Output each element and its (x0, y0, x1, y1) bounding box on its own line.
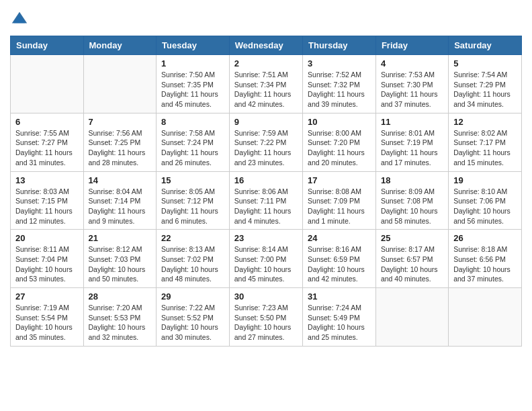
day-info: Sunrise: 8:11 AM Sunset: 7:04 PM Dayligh… (15, 244, 79, 284)
day-number: 22 (161, 233, 224, 243)
day-info: Sunrise: 8:02 AM Sunset: 7:17 PM Dayligh… (453, 128, 517, 168)
day-info: Sunrise: 8:17 AM Sunset: 6:57 PM Dayligh… (381, 244, 443, 284)
page-header (10, 10, 522, 29)
calendar-cell: 26Sunrise: 8:18 AM Sunset: 6:56 PM Dayli… (449, 230, 522, 288)
day-info: Sunrise: 8:12 AM Sunset: 7:03 PM Dayligh… (89, 244, 152, 284)
calendar-cell: 12Sunrise: 8:02 AM Sunset: 7:17 PM Dayli… (449, 113, 522, 171)
day-number: 20 (15, 233, 79, 243)
day-number: 4 (381, 58, 443, 68)
day-number: 7 (89, 117, 152, 127)
calendar-cell: 5Sunrise: 7:54 AM Sunset: 7:29 PM Daylig… (449, 55, 522, 113)
calendar-cell (11, 55, 84, 113)
logo-icon (10, 10, 29, 29)
day-info: Sunrise: 8:09 AM Sunset: 7:08 PM Dayligh… (381, 187, 443, 226)
day-info: Sunrise: 8:08 AM Sunset: 7:09 PM Dayligh… (308, 187, 371, 226)
calendar-cell: 14Sunrise: 8:04 AM Sunset: 7:14 PM Dayli… (83, 171, 157, 230)
day-info: Sunrise: 7:19 AM Sunset: 5:54 PM Dayligh… (15, 303, 79, 342)
calendar-table: SundayMondayTuesdayWednesdayThursdayFrid… (10, 36, 522, 347)
day-number: 19 (453, 175, 517, 185)
day-info: Sunrise: 8:13 AM Sunset: 7:02 PM Dayligh… (161, 244, 224, 284)
day-header-saturday: Saturday (449, 36, 522, 55)
calendar-cell: 3Sunrise: 7:52 AM Sunset: 7:32 PM Daylig… (303, 55, 376, 113)
calendar-week-1: 1Sunrise: 7:50 AM Sunset: 7:35 PM Daylig… (11, 55, 522, 113)
calendar-week-5: 27Sunrise: 7:19 AM Sunset: 5:54 PM Dayli… (11, 288, 522, 347)
day-info: Sunrise: 7:52 AM Sunset: 7:32 PM Dayligh… (308, 70, 371, 109)
calendar-week-3: 13Sunrise: 8:03 AM Sunset: 7:15 PM Dayli… (11, 171, 522, 230)
calendar-cell: 6Sunrise: 7:55 AM Sunset: 7:27 PM Daylig… (11, 113, 84, 171)
calendar-cell: 30Sunrise: 7:23 AM Sunset: 5:50 PM Dayli… (229, 288, 302, 347)
day-number: 31 (308, 291, 371, 302)
day-number: 14 (89, 175, 152, 185)
calendar-cell: 28Sunrise: 7:20 AM Sunset: 5:53 PM Dayli… (83, 288, 157, 347)
day-info: Sunrise: 7:53 AM Sunset: 7:30 PM Dayligh… (381, 70, 443, 109)
calendar-cell (449, 288, 522, 347)
calendar-cell: 15Sunrise: 8:05 AM Sunset: 7:12 PM Dayli… (157, 171, 230, 230)
day-number: 8 (161, 117, 224, 127)
calendar-cell: 16Sunrise: 8:06 AM Sunset: 7:11 PM Dayli… (229, 171, 302, 230)
day-info: Sunrise: 7:59 AM Sunset: 7:22 PM Dayligh… (234, 128, 298, 168)
day-number: 26 (453, 233, 517, 243)
day-number: 28 (89, 291, 152, 302)
calendar-cell: 27Sunrise: 7:19 AM Sunset: 5:54 PM Dayli… (11, 288, 84, 347)
calendar-cell: 29Sunrise: 7:22 AM Sunset: 5:52 PM Dayli… (157, 288, 230, 347)
day-info: Sunrise: 7:58 AM Sunset: 7:24 PM Dayligh… (161, 128, 224, 168)
day-info: Sunrise: 7:51 AM Sunset: 7:34 PM Dayligh… (234, 70, 298, 109)
calendar-cell: 19Sunrise: 8:10 AM Sunset: 7:06 PM Dayli… (449, 171, 522, 230)
logo (10, 10, 32, 29)
day-info: Sunrise: 8:14 AM Sunset: 7:00 PM Dayligh… (234, 244, 298, 284)
day-number: 1 (161, 58, 224, 68)
day-number: 21 (89, 233, 152, 243)
day-info: Sunrise: 7:55 AM Sunset: 7:27 PM Dayligh… (15, 128, 79, 168)
calendar-cell: 7Sunrise: 7:56 AM Sunset: 7:25 PM Daylig… (83, 113, 157, 171)
day-info: Sunrise: 7:56 AM Sunset: 7:25 PM Dayligh… (89, 128, 152, 168)
day-header-sunday: Sunday (11, 36, 84, 55)
calendar-cell (83, 55, 157, 113)
day-number: 23 (234, 233, 298, 243)
day-number: 27 (15, 291, 79, 302)
day-number: 11 (381, 117, 443, 127)
calendar-cell: 11Sunrise: 8:01 AM Sunset: 7:19 PM Dayli… (375, 113, 448, 171)
day-header-monday: Monday (83, 36, 157, 55)
calendar-header-row: SundayMondayTuesdayWednesdayThursdayFrid… (11, 36, 522, 55)
calendar-cell: 1Sunrise: 7:50 AM Sunset: 7:35 PM Daylig… (157, 55, 230, 113)
calendar-cell: 18Sunrise: 8:09 AM Sunset: 7:08 PM Dayli… (375, 171, 448, 230)
day-info: Sunrise: 8:04 AM Sunset: 7:14 PM Dayligh… (89, 187, 152, 226)
day-number: 6 (15, 117, 79, 127)
day-number: 17 (308, 175, 371, 185)
day-info: Sunrise: 7:50 AM Sunset: 7:35 PM Dayligh… (161, 70, 224, 109)
day-number: 30 (234, 291, 298, 302)
day-number: 16 (234, 175, 298, 185)
day-number: 15 (161, 175, 224, 185)
calendar-cell: 23Sunrise: 8:14 AM Sunset: 7:00 PM Dayli… (229, 230, 302, 288)
calendar-week-4: 20Sunrise: 8:11 AM Sunset: 7:04 PM Dayli… (11, 230, 522, 288)
day-info: Sunrise: 7:54 AM Sunset: 7:29 PM Dayligh… (453, 70, 517, 109)
day-info: Sunrise: 8:06 AM Sunset: 7:11 PM Dayligh… (234, 187, 298, 226)
calendar-week-2: 6Sunrise: 7:55 AM Sunset: 7:27 PM Daylig… (11, 113, 522, 171)
day-info: Sunrise: 7:23 AM Sunset: 5:50 PM Dayligh… (234, 303, 298, 342)
calendar-cell (375, 288, 448, 347)
day-header-tuesday: Tuesday (157, 36, 230, 55)
day-info: Sunrise: 8:18 AM Sunset: 6:56 PM Dayligh… (453, 244, 517, 284)
day-number: 24 (308, 233, 371, 243)
calendar-cell: 8Sunrise: 7:58 AM Sunset: 7:24 PM Daylig… (157, 113, 230, 171)
calendar-cell: 20Sunrise: 8:11 AM Sunset: 7:04 PM Dayli… (11, 230, 84, 288)
day-info: Sunrise: 7:24 AM Sunset: 5:49 PM Dayligh… (308, 303, 371, 342)
day-number: 5 (453, 58, 517, 68)
day-header-thursday: Thursday (303, 36, 376, 55)
day-info: Sunrise: 8:00 AM Sunset: 7:20 PM Dayligh… (308, 128, 371, 168)
calendar-cell: 21Sunrise: 8:12 AM Sunset: 7:03 PM Dayli… (83, 230, 157, 288)
day-number: 10 (308, 117, 371, 127)
calendar-cell: 2Sunrise: 7:51 AM Sunset: 7:34 PM Daylig… (229, 55, 302, 113)
calendar-cell: 22Sunrise: 8:13 AM Sunset: 7:02 PM Dayli… (157, 230, 230, 288)
day-number: 25 (381, 233, 443, 243)
day-info: Sunrise: 8:03 AM Sunset: 7:15 PM Dayligh… (15, 187, 79, 226)
day-number: 9 (234, 117, 298, 127)
day-info: Sunrise: 8:01 AM Sunset: 7:19 PM Dayligh… (381, 128, 443, 168)
day-number: 18 (381, 175, 443, 185)
calendar-cell: 13Sunrise: 8:03 AM Sunset: 7:15 PM Dayli… (11, 171, 84, 230)
calendar-cell: 25Sunrise: 8:17 AM Sunset: 6:57 PM Dayli… (375, 230, 448, 288)
day-info: Sunrise: 8:16 AM Sunset: 6:59 PM Dayligh… (308, 244, 371, 284)
day-info: Sunrise: 8:10 AM Sunset: 7:06 PM Dayligh… (453, 187, 517, 226)
calendar-cell: 24Sunrise: 8:16 AM Sunset: 6:59 PM Dayli… (303, 230, 376, 288)
calendar-cell: 9Sunrise: 7:59 AM Sunset: 7:22 PM Daylig… (229, 113, 302, 171)
